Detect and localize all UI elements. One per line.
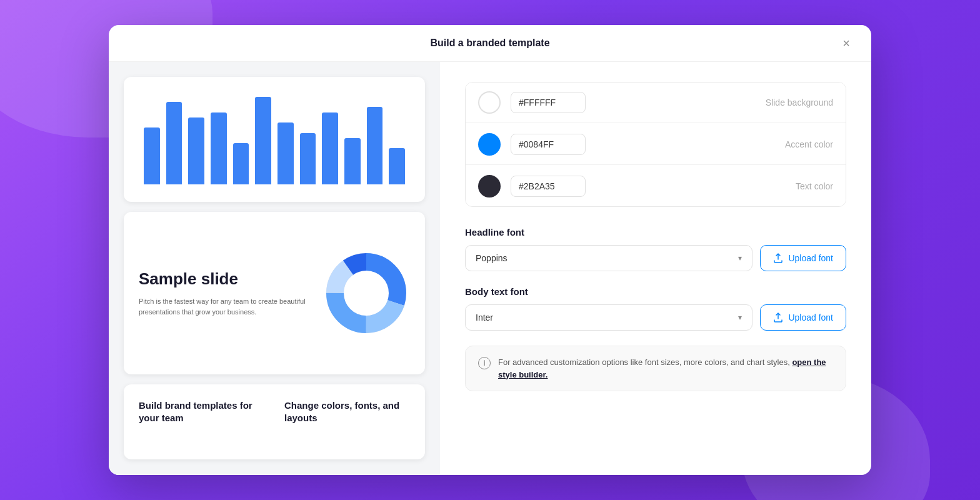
headline-font-select[interactable]: Poppins ▾ xyxy=(465,245,752,271)
color-row-slide-background: Slide background xyxy=(466,82,846,123)
headline-chevron-icon: ▾ xyxy=(738,254,742,262)
info-text: For advanced customization options like … xyxy=(498,356,833,381)
bar-9 xyxy=(344,138,361,184)
headline-upload-font-button[interactable]: Upload font xyxy=(760,245,846,271)
headline-upload-label: Upload font xyxy=(788,253,833,263)
info-icon-label: i xyxy=(484,359,486,368)
bar-7 xyxy=(300,133,316,184)
slide-col-2: Change colors, fonts, and layouts xyxy=(284,399,410,444)
slide-background-label: Slide background xyxy=(596,98,833,108)
headline-font-title: Headline font xyxy=(465,227,846,238)
slides-panel: Sample slide Pitch is the fastest way fo… xyxy=(109,62,440,475)
modal-body: Sample slide Pitch is the fastest way fo… xyxy=(109,62,871,475)
modal-header: Build a branded template × xyxy=(109,25,871,62)
modal: Build a branded template × Sample slide … xyxy=(109,25,871,475)
slide-col-1-title: Build brand templates for your team xyxy=(139,399,264,424)
slide-text-section: Sample slide Pitch is the fastest way fo… xyxy=(139,269,310,317)
bar-1 xyxy=(166,102,182,184)
modal-title: Build a branded template xyxy=(430,38,549,49)
color-row-accent: Accent color xyxy=(466,124,846,165)
donut-chart xyxy=(322,249,410,337)
bar-8 xyxy=(322,112,338,184)
slide-background-input[interactable] xyxy=(511,92,586,113)
accent-color-swatch[interactable] xyxy=(478,133,501,156)
body-font-section: Body text font Inter ▾ Upload font xyxy=(465,286,846,331)
bar-4 xyxy=(233,143,249,184)
bar-5 xyxy=(255,97,271,184)
slide-bar-chart-card xyxy=(124,77,425,202)
slide-col-2-title: Change colors, fonts, and layouts xyxy=(284,399,410,424)
color-section: Slide background Accent color Text color xyxy=(465,82,846,207)
bar-6 xyxy=(278,122,294,184)
body-font-value: Inter xyxy=(476,312,493,322)
slide-columns-card: Build brand templates for your team Chan… xyxy=(124,384,425,459)
text-color-swatch[interactable] xyxy=(478,175,501,198)
bar-3 xyxy=(211,112,227,184)
body-font-select[interactable]: Inter ▾ xyxy=(465,304,752,331)
body-chevron-icon: ▾ xyxy=(738,313,742,322)
text-color-input[interactable] xyxy=(511,176,586,197)
settings-panel: Slide background Accent color Text color… xyxy=(440,62,871,475)
bar-11 xyxy=(389,148,405,184)
slide-description: Pitch is the fastest way for any team to… xyxy=(139,296,310,317)
slide-background-swatch[interactable] xyxy=(478,91,501,114)
slide-sample: Sample slide Pitch is the fastest way fo… xyxy=(124,212,425,374)
headline-font-section: Headline font Poppins ▾ Upload font xyxy=(465,227,846,271)
bar-0 xyxy=(144,128,160,184)
color-row-text: Text color xyxy=(466,166,846,206)
info-icon: i xyxy=(478,357,491,369)
bar-2 xyxy=(188,118,204,184)
info-description: For advanced customization options like … xyxy=(498,358,790,367)
body-font-title: Body text font xyxy=(465,286,846,297)
close-button[interactable]: × xyxy=(836,33,856,53)
slide-sample-card: Sample slide Pitch is the fastest way fo… xyxy=(124,212,425,374)
slide-col-1: Build brand templates for your team xyxy=(139,399,264,444)
headline-font-value: Poppins xyxy=(476,253,508,263)
body-upload-font-button[interactable]: Upload font xyxy=(760,304,846,331)
body-font-row: Inter ▾ Upload font xyxy=(465,304,846,331)
bar-10 xyxy=(367,107,383,184)
slide-title: Sample slide xyxy=(139,269,310,289)
accent-color-label: Accent color xyxy=(596,139,833,149)
body-upload-label: Upload font xyxy=(788,312,833,322)
text-color-label: Text color xyxy=(596,181,833,191)
upload-icon xyxy=(773,253,783,263)
svg-point-6 xyxy=(345,272,388,314)
upload-icon xyxy=(773,312,783,322)
slide-columns: Build brand templates for your team Chan… xyxy=(124,384,425,459)
accent-color-input[interactable] xyxy=(511,134,586,155)
slide-bar-chart xyxy=(124,77,425,202)
info-box: i For advanced customization options lik… xyxy=(465,346,846,391)
headline-font-row: Poppins ▾ Upload font xyxy=(465,245,846,271)
